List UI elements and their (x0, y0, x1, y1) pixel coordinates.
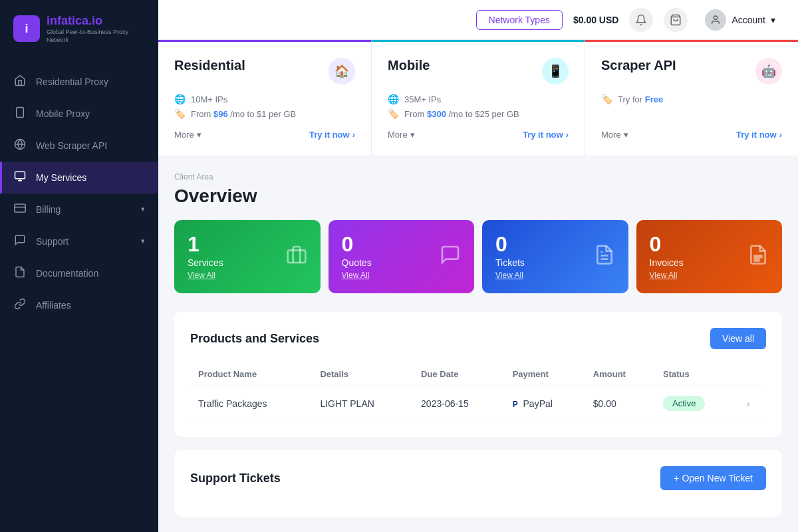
chevron-right-icon: › (352, 130, 355, 140)
quotes-view-all[interactable]: View All (342, 271, 372, 280)
tag-icon: 🏷️ (601, 94, 612, 104)
services-stat-card[interactable]: 1 Services View All (174, 220, 321, 293)
table-row: Traffic Packages LIGHT PLAN 2023-06-15 P… (190, 386, 766, 421)
sidebar-label: Affiliates (36, 300, 71, 311)
services-count: 1 (188, 233, 223, 255)
sidebar-label: Billing (36, 204, 61, 215)
svg-rect-14 (755, 255, 762, 257)
residential-try-now-button[interactable]: Try it now › (309, 130, 355, 140)
page-title: Overview (174, 186, 782, 207)
invoices-view-all[interactable]: View All (650, 271, 684, 280)
product-name-cell: Traffic Packages (190, 386, 312, 421)
affiliates-icon (13, 298, 27, 313)
overview-section: Client Area Overview 1 Services View All (158, 156, 798, 532)
tag-icon: 🏷️ (388, 108, 399, 119)
due-date-cell: 2023-06-15 (413, 386, 505, 421)
sidebar-label: Documentation (36, 268, 98, 279)
scraper-try-now-button[interactable]: Try it now › (736, 130, 782, 140)
products-title: Products and Services (190, 332, 319, 346)
col-details: Details (312, 362, 413, 386)
products-table: Product Name Details Due Date Payment Am… (190, 362, 766, 421)
services-view-all[interactable]: View All (188, 271, 223, 280)
support-title: Support Tickets (190, 471, 281, 485)
sidebar: i infatica.io Global Peer-to-Business Pr… (0, 0, 158, 532)
chevron-right-icon[interactable]: › (747, 398, 750, 409)
sidebar-item-documentation[interactable]: Documentation (0, 257, 158, 289)
balance-display: $0.00 USD (573, 15, 618, 25)
scraper-card-icon: 🤖 (755, 58, 782, 84)
scraper-card: Scraper API 🤖 🏷️ Try for Free More ▾ Try… (585, 40, 798, 156)
status-badge: Active (663, 396, 705, 411)
my-services-icon (13, 170, 27, 185)
details-cell: LIGHT PLAN (312, 386, 413, 421)
main-content: Network Types $0.00 USD Account ▾ Reside… (158, 0, 798, 532)
open-new-ticket-button[interactable]: + Open New Ticket (660, 466, 766, 490)
network-types-button[interactable]: Network Types (476, 10, 563, 30)
residential-title: Residential (174, 58, 245, 73)
chevron-right-icon: › (566, 130, 569, 140)
ticket-icon (594, 244, 615, 270)
payment-cell: P PayPal (505, 386, 585, 421)
products-view-all-button[interactable]: View all (710, 328, 766, 349)
sidebar-item-support[interactable]: Support ▾ (0, 225, 158, 257)
col-payment: Payment (505, 362, 585, 386)
content-area: Residential 🏠 🌐 10M+ IPs 🏷️ From $96 /mo… (158, 40, 798, 532)
residential-card-icon: 🏠 (329, 58, 355, 84)
quotes-icon (440, 244, 461, 270)
scraper-more-button[interactable]: More ▾ (601, 130, 628, 140)
cart-icon[interactable] (664, 8, 688, 32)
sidebar-item-affiliates[interactable]: Affiliates (0, 289, 158, 321)
chevron-down-icon: ▾ (624, 130, 628, 140)
quotes-label: Quotes (342, 257, 372, 268)
documentation-icon (13, 266, 27, 281)
support-section: Support Tickets + Open New Ticket (174, 450, 782, 517)
quotes-count: 0 (342, 233, 372, 255)
chevron-down-icon: ▾ (197, 130, 201, 140)
sidebar-item-my-services[interactable]: My Services (0, 162, 158, 194)
sidebar-label: My Services (36, 172, 86, 183)
residential-card: Residential 🏠 🌐 10M+ IPs 🏷️ From $96 /mo… (158, 40, 372, 156)
header: Network Types $0.00 USD Account ▾ (158, 0, 798, 40)
col-product-name: Product Name (190, 362, 312, 386)
account-button[interactable]: Account ▾ (698, 5, 782, 35)
sidebar-item-residential-proxy[interactable]: Residential Proxy (0, 66, 158, 98)
scraper-title: Scraper API (601, 58, 676, 73)
mobile-title: Mobile (388, 58, 430, 73)
sidebar-item-billing[interactable]: Billing ▾ (0, 194, 158, 225)
sidebar-label: Web Scraper API (36, 140, 107, 151)
amount-cell: $0.00 (585, 386, 655, 421)
web-scraper-icon (13, 138, 27, 153)
product-cards: Residential 🏠 🌐 10M+ IPs 🏷️ From $96 /mo… (158, 40, 798, 156)
globe-icon: 🌐 (174, 94, 186, 104)
col-status: Status (655, 362, 739, 386)
sidebar-label: Support (36, 236, 68, 247)
sidebar-nav: Residential Proxy Mobile Proxy Web Scrap… (0, 61, 158, 532)
sidebar-label: Mobile Proxy (36, 108, 90, 119)
svg-rect-15 (755, 259, 759, 261)
sidebar-item-mobile-proxy[interactable]: Mobile Proxy (0, 98, 158, 130)
account-label: Account (732, 15, 765, 25)
tickets-view-all[interactable]: View All (495, 271, 525, 280)
brand-tagline: Global Peer-to-Business Proxy Network (47, 29, 145, 44)
products-section: Products and Services View all Product N… (174, 312, 782, 437)
sidebar-item-web-scraper-api[interactable]: Web Scraper API (0, 130, 158, 162)
briefcase-icon (286, 244, 307, 270)
notifications-icon[interactable] (629, 8, 653, 32)
sidebar-label: Residential Proxy (36, 76, 108, 87)
col-due-date: Due Date (413, 362, 505, 386)
invoices-count: 0 (650, 233, 684, 255)
status-cell: Active (655, 386, 739, 421)
residential-ips: 10M+ IPs (191, 94, 227, 104)
quotes-stat-card[interactable]: 0 Quotes View All (329, 220, 475, 293)
services-label: Services (188, 257, 223, 268)
residential-more-button[interactable]: More ▾ (174, 130, 201, 140)
svg-rect-4 (15, 172, 25, 179)
logo-icon: i (13, 15, 40, 42)
tag-icon: 🏷️ (174, 108, 186, 119)
mobile-more-button[interactable]: More ▾ (388, 130, 415, 140)
chevron-down-icon: ▾ (410, 130, 415, 140)
stats-grid: 1 Services View All 0 Quotes View Al (174, 220, 782, 293)
tickets-stat-card[interactable]: 0 Tickets View All (482, 220, 628, 293)
mobile-try-now-button[interactable]: Try it now › (523, 130, 569, 140)
invoices-stat-card[interactable]: 0 Invoices View All (636, 220, 783, 293)
